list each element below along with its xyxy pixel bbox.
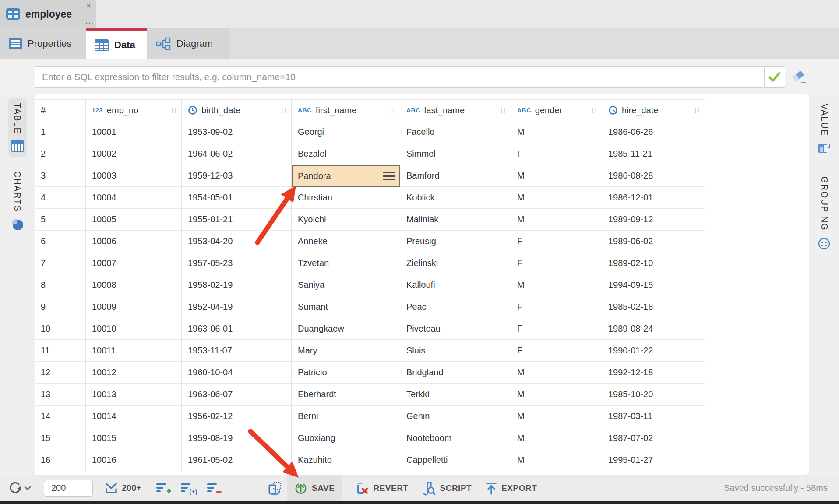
selected-cell[interactable]: Pandora — [292, 165, 400, 187]
data-cell[interactable]: 1963-06-07 — [182, 384, 292, 406]
data-cell[interactable]: Kyoichi — [292, 209, 400, 231]
data-cell[interactable]: Koblick — [400, 187, 511, 209]
data-cell[interactable]: 10004 — [86, 187, 182, 209]
data-cell[interactable]: 10013 — [86, 384, 182, 406]
data-cell[interactable]: 1959-12-03 — [182, 165, 292, 187]
data-cell[interactable]: 1987-07-02 — [602, 427, 705, 449]
data-cell[interactable]: 1989-09-12 — [602, 209, 705, 231]
data-cell[interactable]: 1953-09-02 — [182, 121, 292, 143]
data-cell[interactable]: M — [511, 209, 602, 231]
data-cell[interactable]: Eberhardt — [292, 384, 400, 406]
data-cell[interactable]: M — [511, 274, 602, 296]
fetch-size-input[interactable] — [44, 480, 93, 497]
data-cell[interactable]: Mary — [292, 340, 400, 362]
data-cell[interactable]: 1985-10-20 — [602, 384, 705, 406]
data-cell[interactable]: M — [511, 384, 602, 406]
data-cell[interactable]: M — [511, 406, 602, 427]
data-cell[interactable]: 10009 — [86, 296, 182, 318]
column-header-first_name[interactable]: ABCfirst_name↓↑ — [292, 99, 400, 121]
data-cell[interactable]: M — [511, 449, 602, 471]
row-number-cell[interactable]: 12 — [35, 362, 86, 384]
data-cell[interactable]: 1957-05-23 — [182, 252, 292, 274]
data-cell[interactable]: 10005 — [86, 209, 182, 231]
data-cell[interactable]: M — [511, 165, 602, 187]
row-number-cell[interactable]: 13 — [35, 384, 86, 406]
column-header-last_name[interactable]: ABClast_name↓↑ — [400, 99, 511, 121]
row-number-cell[interactable]: 11 — [35, 340, 86, 362]
data-cell[interactable]: 1992-12-18 — [602, 362, 705, 384]
tab-overflow-icon[interactable]: … — [85, 16, 94, 26]
delete-row-button[interactable] — [206, 481, 222, 495]
sort-toggle-icon[interactable]: ↓↑ — [694, 105, 699, 115]
sql-filter-input[interactable] — [35, 66, 764, 88]
row-number-cell[interactable]: 7 — [35, 252, 86, 274]
fetch-more-button[interactable]: 200+ — [104, 481, 141, 495]
data-cell[interactable]: 10002 — [86, 143, 182, 165]
data-cell[interactable]: Terkki — [400, 384, 511, 406]
row-number-cell[interactable]: 6 — [35, 231, 86, 252]
data-cell[interactable]: 10011 — [86, 340, 182, 362]
data-cell[interactable]: Duangkaew — [292, 318, 400, 340]
data-cell[interactable]: 1961-05-02 — [182, 449, 292, 471]
data-cell[interactable]: M — [511, 121, 602, 143]
tab-diagram[interactable]: Diagram — [147, 28, 230, 60]
data-cell[interactable]: Saniya — [292, 274, 400, 296]
data-cell[interactable]: 1964-06-02 — [182, 143, 292, 165]
refresh-dropdown-chevron-icon[interactable] — [24, 486, 32, 491]
data-cell[interactable]: 10007 — [86, 252, 182, 274]
refresh-structure-button[interactable] — [268, 481, 283, 496]
data-cell[interactable]: 1990-01-22 — [602, 340, 705, 362]
row-number-cell[interactable]: 3 — [35, 165, 86, 187]
data-cell[interactable]: 1989-02-10 — [602, 252, 705, 274]
row-number-cell[interactable]: 9 — [35, 296, 86, 318]
tab-data[interactable]: Data — [86, 28, 147, 60]
sort-toggle-icon[interactable]: ↓↑ — [170, 105, 176, 115]
data-cell[interactable]: 10010 — [86, 318, 182, 340]
data-cell[interactable]: Tzvetan — [292, 252, 400, 274]
sort-toggle-icon[interactable]: ↓↑ — [500, 105, 505, 115]
row-number-cell[interactable]: 14 — [35, 406, 86, 427]
apply-filter-button[interactable] — [764, 66, 785, 88]
row-number-cell[interactable]: 15 — [35, 427, 86, 449]
tab-properties[interactable]: Properties — [0, 28, 86, 60]
data-cell[interactable]: 1989-06-02 — [602, 231, 705, 252]
data-cell[interactable]: Preusig — [400, 231, 511, 252]
column-header-hire_date[interactable]: hire_date↓↑ — [602, 99, 705, 121]
data-cell[interactable]: 1960-10-04 — [182, 362, 292, 384]
data-cell[interactable]: 1958-02-19 — [182, 274, 292, 296]
column-header-emp_no[interactable]: 123emp_no↓↑ — [86, 99, 182, 121]
data-cell[interactable]: Chirstian — [292, 187, 400, 209]
data-cell[interactable]: Peac — [400, 296, 511, 318]
data-cell[interactable]: Guoxiang — [292, 427, 400, 449]
data-cell[interactable]: Berni — [292, 406, 400, 427]
data-cell[interactable]: Nooteboom — [400, 427, 511, 449]
data-cell[interactable]: 1986-12-01 — [602, 187, 705, 209]
data-cell[interactable]: Facello — [400, 121, 511, 143]
sort-toggle-icon[interactable]: ↓↑ — [389, 105, 395, 115]
data-cell[interactable]: 10008 — [86, 274, 182, 296]
data-cell[interactable]: 1986-06-26 — [602, 121, 705, 143]
data-cell[interactable]: 10014 — [86, 406, 182, 427]
data-cell[interactable]: 1953-04-20 — [182, 231, 292, 252]
tab-employee[interactable]: employee — [0, 0, 96, 28]
data-cell[interactable]: Anneke — [292, 231, 400, 252]
data-cell[interactable]: Kalloufi — [400, 274, 511, 296]
data-cell[interactable]: Kazuhito — [292, 449, 400, 471]
add-row-button[interactable] — [155, 481, 171, 495]
data-cell[interactable]: Bezalel — [292, 143, 400, 165]
close-tab-icon[interactable]: × — [86, 0, 92, 11]
data-cell[interactable]: 1987-03-11 — [602, 406, 705, 427]
save-button[interactable]: SAVE — [287, 475, 342, 501]
sort-toggle-icon[interactable]: ↓↑ — [280, 105, 286, 115]
export-button[interactable]: EXPORT — [485, 481, 537, 495]
data-cell[interactable]: Sluis — [400, 340, 511, 362]
data-cell[interactable]: 1963-06-01 — [182, 318, 292, 340]
data-cell[interactable]: 1985-11-21 — [602, 143, 705, 165]
data-cell[interactable]: 1986-08-28 — [602, 165, 705, 187]
column-header-rownum[interactable]: # — [35, 99, 86, 121]
data-cell[interactable]: 1995-01-27 — [602, 449, 705, 471]
data-cell[interactable]: F — [511, 231, 602, 252]
data-cell[interactable]: F — [511, 340, 602, 362]
data-cell[interactable]: M — [511, 427, 602, 449]
data-cell[interactable]: 10001 — [86, 121, 182, 143]
